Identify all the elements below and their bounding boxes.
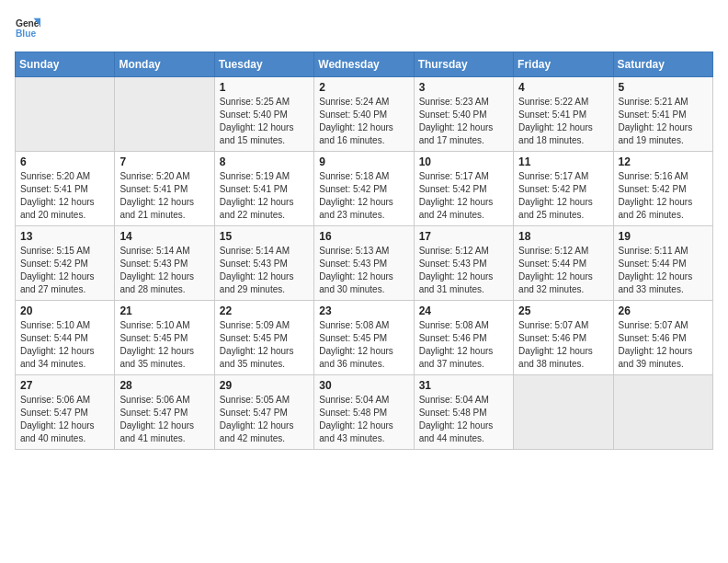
day-info: Sunrise: 5:15 AM Sunset: 5:42 PM Dayligh… <box>20 245 109 296</box>
day-number: 9 <box>319 155 408 168</box>
day-info: Sunrise: 5:12 AM Sunset: 5:43 PM Dayligh… <box>419 245 508 296</box>
svg-text:Blue: Blue <box>16 29 37 39</box>
calendar-cell: 11Sunrise: 5:17 AM Sunset: 5:42 PM Dayli… <box>514 152 613 226</box>
calendar-cell <box>514 375 613 450</box>
day-info: Sunrise: 5:12 AM Sunset: 5:44 PM Dayligh… <box>518 245 608 296</box>
day-number: 15 <box>220 230 309 243</box>
calendar-table: SundayMondayTuesdayWednesdayThursdayFrid… <box>15 52 713 450</box>
day-info: Sunrise: 5:06 AM Sunset: 5:47 PM Dayligh… <box>20 394 109 445</box>
day-number: 13 <box>20 230 109 243</box>
day-number: 30 <box>319 379 408 392</box>
calendar-week-5: 27Sunrise: 5:06 AM Sunset: 5:47 PM Dayli… <box>16 375 713 450</box>
calendar-week-1: 1Sunrise: 5:25 AM Sunset: 5:40 PM Daylig… <box>16 77 713 152</box>
day-info: Sunrise: 5:11 AM Sunset: 5:44 PM Dayligh… <box>619 245 708 296</box>
calendar-cell: 8Sunrise: 5:19 AM Sunset: 5:41 PM Daylig… <box>214 152 313 226</box>
day-info: Sunrise: 5:08 AM Sunset: 5:46 PM Dayligh… <box>419 319 508 371</box>
day-number: 19 <box>619 230 708 243</box>
day-number: 12 <box>619 155 708 168</box>
day-number: 4 <box>518 81 608 94</box>
day-number: 11 <box>518 155 608 168</box>
calendar-cell: 4Sunrise: 5:22 AM Sunset: 5:41 PM Daylig… <box>514 77 613 152</box>
day-number: 29 <box>220 379 309 392</box>
day-number: 3 <box>419 81 508 94</box>
day-number: 22 <box>220 304 309 317</box>
weekday-row: SundayMondayTuesdayWednesdayThursdayFrid… <box>16 52 713 77</box>
day-number: 21 <box>119 304 209 317</box>
day-info: Sunrise: 5:17 AM Sunset: 5:42 PM Dayligh… <box>518 170 608 222</box>
calendar-cell: 24Sunrise: 5:08 AM Sunset: 5:46 PM Dayli… <box>414 301 513 375</box>
calendar-cell <box>613 375 712 450</box>
day-number: 18 <box>518 230 608 243</box>
day-info: Sunrise: 5:05 AM Sunset: 5:47 PM Dayligh… <box>220 394 309 445</box>
calendar-cell: 13Sunrise: 5:15 AM Sunset: 5:42 PM Dayli… <box>16 226 115 301</box>
day-info: Sunrise: 5:07 AM Sunset: 5:46 PM Dayligh… <box>518 319 608 371</box>
day-number: 17 <box>419 230 508 243</box>
calendar-cell: 23Sunrise: 5:08 AM Sunset: 5:45 PM Dayli… <box>314 301 414 375</box>
day-number: 26 <box>619 304 708 317</box>
day-number: 10 <box>419 155 508 168</box>
day-info: Sunrise: 5:10 AM Sunset: 5:44 PM Dayligh… <box>20 319 109 371</box>
calendar-cell: 14Sunrise: 5:14 AM Sunset: 5:43 PM Dayli… <box>115 226 214 301</box>
day-info: Sunrise: 5:10 AM Sunset: 5:45 PM Dayligh… <box>119 319 209 371</box>
day-number: 28 <box>119 379 209 392</box>
calendar-cell: 29Sunrise: 5:05 AM Sunset: 5:47 PM Dayli… <box>214 375 313 450</box>
day-info: Sunrise: 5:09 AM Sunset: 5:45 PM Dayligh… <box>220 319 309 371</box>
day-info: Sunrise: 5:24 AM Sunset: 5:40 PM Dayligh… <box>319 96 408 147</box>
calendar-cell <box>115 77 214 152</box>
weekday-header-tuesday: Tuesday <box>214 52 313 77</box>
calendar-cell: 28Sunrise: 5:06 AM Sunset: 5:47 PM Dayli… <box>115 375 214 450</box>
day-info: Sunrise: 5:07 AM Sunset: 5:46 PM Dayligh… <box>619 319 708 371</box>
calendar-week-2: 6Sunrise: 5:20 AM Sunset: 5:41 PM Daylig… <box>16 152 713 226</box>
calendar-cell: 22Sunrise: 5:09 AM Sunset: 5:45 PM Dayli… <box>214 301 313 375</box>
day-info: Sunrise: 5:23 AM Sunset: 5:40 PM Dayligh… <box>419 96 508 147</box>
calendar-cell: 3Sunrise: 5:23 AM Sunset: 5:40 PM Daylig… <box>414 77 513 152</box>
day-number: 14 <box>119 230 209 243</box>
day-info: Sunrise: 5:08 AM Sunset: 5:45 PM Dayligh… <box>319 319 408 371</box>
calendar-cell: 10Sunrise: 5:17 AM Sunset: 5:42 PM Dayli… <box>414 152 513 226</box>
calendar-cell: 1Sunrise: 5:25 AM Sunset: 5:40 PM Daylig… <box>214 77 313 152</box>
calendar-cell: 27Sunrise: 5:06 AM Sunset: 5:47 PM Dayli… <box>16 375 115 450</box>
page-header: General Blue <box>15 15 713 40</box>
day-number: 16 <box>319 230 408 243</box>
day-number: 5 <box>619 81 708 94</box>
calendar-cell: 19Sunrise: 5:11 AM Sunset: 5:44 PM Dayli… <box>613 226 712 301</box>
calendar-cell: 20Sunrise: 5:10 AM Sunset: 5:44 PM Dayli… <box>16 301 115 375</box>
calendar-cell: 16Sunrise: 5:13 AM Sunset: 5:43 PM Dayli… <box>314 226 414 301</box>
calendar-cell: 12Sunrise: 5:16 AM Sunset: 5:42 PM Dayli… <box>613 152 712 226</box>
day-info: Sunrise: 5:06 AM Sunset: 5:47 PM Dayligh… <box>119 394 209 445</box>
day-info: Sunrise: 5:22 AM Sunset: 5:41 PM Dayligh… <box>518 96 608 147</box>
day-number: 6 <box>20 155 109 168</box>
calendar-body: 1Sunrise: 5:25 AM Sunset: 5:40 PM Daylig… <box>16 77 713 450</box>
day-number: 1 <box>220 81 309 94</box>
logo-icon: General Blue <box>15 15 40 40</box>
calendar-cell: 2Sunrise: 5:24 AM Sunset: 5:40 PM Daylig… <box>314 77 414 152</box>
weekday-header-thursday: Thursday <box>414 52 513 77</box>
day-info: Sunrise: 5:14 AM Sunset: 5:43 PM Dayligh… <box>119 245 209 296</box>
day-number: 27 <box>20 379 109 392</box>
calendar-cell <box>16 77 115 152</box>
day-info: Sunrise: 5:14 AM Sunset: 5:43 PM Dayligh… <box>220 245 309 296</box>
logo: General Blue <box>15 15 40 40</box>
calendar-cell: 15Sunrise: 5:14 AM Sunset: 5:43 PM Dayli… <box>214 226 313 301</box>
weekday-header-monday: Monday <box>115 52 214 77</box>
day-info: Sunrise: 5:17 AM Sunset: 5:42 PM Dayligh… <box>419 170 508 222</box>
calendar-cell: 30Sunrise: 5:04 AM Sunset: 5:48 PM Dayli… <box>314 375 414 450</box>
calendar-week-4: 20Sunrise: 5:10 AM Sunset: 5:44 PM Dayli… <box>16 301 713 375</box>
day-info: Sunrise: 5:13 AM Sunset: 5:43 PM Dayligh… <box>319 245 408 296</box>
calendar-cell: 5Sunrise: 5:21 AM Sunset: 5:41 PM Daylig… <box>613 77 712 152</box>
calendar-cell: 17Sunrise: 5:12 AM Sunset: 5:43 PM Dayli… <box>414 226 513 301</box>
calendar-cell: 31Sunrise: 5:04 AM Sunset: 5:48 PM Dayli… <box>414 375 513 450</box>
calendar-cell: 18Sunrise: 5:12 AM Sunset: 5:44 PM Dayli… <box>514 226 613 301</box>
calendar-cell: 21Sunrise: 5:10 AM Sunset: 5:45 PM Dayli… <box>115 301 214 375</box>
calendar-cell: 6Sunrise: 5:20 AM Sunset: 5:41 PM Daylig… <box>16 152 115 226</box>
day-info: Sunrise: 5:16 AM Sunset: 5:42 PM Dayligh… <box>619 170 708 222</box>
weekday-header-friday: Friday <box>514 52 613 77</box>
day-number: 23 <box>319 304 408 317</box>
day-number: 8 <box>220 155 309 168</box>
day-number: 20 <box>20 304 109 317</box>
calendar-cell: 26Sunrise: 5:07 AM Sunset: 5:46 PM Dayli… <box>613 301 712 375</box>
day-number: 24 <box>419 304 508 317</box>
calendar-week-3: 13Sunrise: 5:15 AM Sunset: 5:42 PM Dayli… <box>16 226 713 301</box>
weekday-header-saturday: Saturday <box>613 52 712 77</box>
day-info: Sunrise: 5:25 AM Sunset: 5:40 PM Dayligh… <box>220 96 309 147</box>
